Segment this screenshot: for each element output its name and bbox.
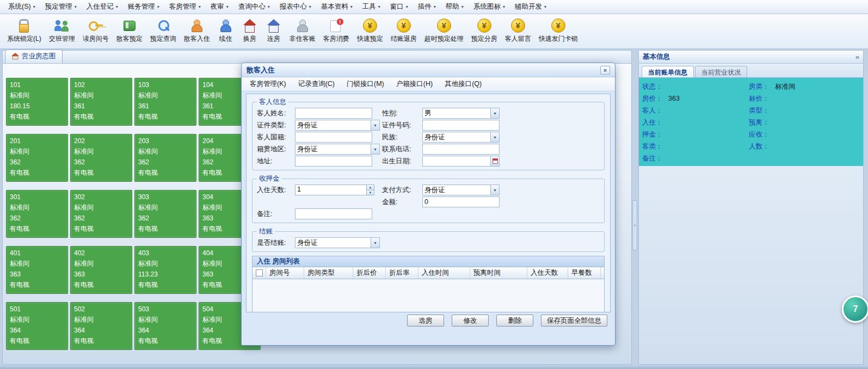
menubar-item[interactable]: 账务管理▾ bbox=[123, 0, 164, 14]
toolbar-button[interactable]: 快速发门卡锁 bbox=[535, 16, 582, 45]
toolbar-button[interactable]: 客房消费 bbox=[319, 16, 353, 45]
room-price: 364 bbox=[10, 325, 64, 336]
dialog-menu-item[interactable]: 客房管理(K) bbox=[244, 77, 292, 91]
tab-room-status-map[interactable]: 营业房态图 bbox=[5, 50, 63, 63]
calendar-icon[interactable] bbox=[490, 156, 499, 166]
menubar-item-label: 查询中心 bbox=[238, 2, 266, 11]
id-type-select[interactable]: 身份证▼ bbox=[295, 120, 380, 131]
room-card[interactable]: 302标准间362有电视 bbox=[70, 190, 132, 238]
room-feature: 有电视 bbox=[10, 336, 64, 346]
calendar-glyph bbox=[493, 158, 498, 164]
room-card[interactable]: 201标准间362有电视 bbox=[6, 134, 68, 182]
column-header[interactable]: 房间号 bbox=[266, 267, 304, 279]
toolbar-button[interactable]: 预定查询 bbox=[146, 16, 180, 45]
column-header[interactable]: 早餐数 bbox=[568, 267, 601, 279]
dialog-menu-item[interactable]: 其他接口(Q) bbox=[439, 77, 487, 91]
toolbar-button[interactable]: 换房 bbox=[238, 16, 262, 45]
toolbar-button[interactable]: 连房 bbox=[262, 16, 286, 45]
address-input[interactable] bbox=[295, 156, 372, 167]
id-number-input[interactable] bbox=[422, 120, 500, 131]
menubar-item[interactable]: 入住登记▾ bbox=[82, 0, 123, 14]
menubar-item[interactable]: 查询中心▾ bbox=[233, 0, 275, 14]
toolbar-button[interactable]: 交班管理 bbox=[45, 16, 79, 45]
menubar-item[interactable]: 基本资料▾ bbox=[316, 0, 358, 14]
info-value bbox=[668, 106, 749, 116]
room-card[interactable]: 103标准间361有电视 bbox=[134, 78, 196, 126]
nationality-input[interactable] bbox=[295, 132, 372, 143]
tab-current-business-status[interactable]: 当前营业状况 bbox=[695, 66, 747, 77]
collapse-panel-icon[interactable]: » bbox=[855, 53, 859, 61]
toolbar-button[interactable]: 散客入住 bbox=[180, 16, 214, 45]
room-card[interactable]: 403标准间113.23有电视 bbox=[134, 246, 196, 294]
dialog-menu-item[interactable]: 记录查询(C) bbox=[293, 77, 340, 91]
birth-date-field[interactable] bbox=[422, 156, 500, 167]
floating-assistant-badge[interactable]: 7 bbox=[842, 296, 868, 323]
ethnicity-select[interactable]: 身份证▼ bbox=[422, 132, 500, 143]
settle-account-select[interactable]: 身份证▼ bbox=[295, 237, 380, 248]
amount-input[interactable] bbox=[422, 196, 500, 207]
column-header[interactable]: 房间类型 bbox=[304, 267, 353, 279]
room-panel-tab-bar: 营业房态图 bbox=[2, 50, 632, 64]
menubar-item[interactable]: 系统(S)▾ bbox=[3, 0, 40, 14]
room-card[interactable]: 303标准间362有电视 bbox=[134, 190, 196, 238]
toolbar-button[interactable]: 非住客账 bbox=[286, 16, 319, 45]
menubar-item[interactable]: 系统图标▾ bbox=[469, 0, 510, 14]
toolbar-button[interactable]: 系统锁定(L) bbox=[3, 16, 45, 45]
toolbar-button[interactable]: 客人留言 bbox=[501, 16, 535, 45]
dialog-menu-item[interactable]: 门锁接口(M) bbox=[341, 77, 390, 91]
spin-up-icon[interactable]: ▲ bbox=[367, 185, 374, 190]
room-card[interactable]: 402标准间363有电视 bbox=[70, 246, 132, 294]
close-icon[interactable]: × bbox=[600, 66, 610, 75]
splitter-collapse-handle[interactable] bbox=[632, 200, 637, 250]
room-card[interactable]: 301标准间362有电视 bbox=[6, 190, 68, 238]
toolbar-button[interactable]: 快速预定 bbox=[353, 16, 387, 45]
dialog-button[interactable]: 保存页面全部信息 bbox=[541, 315, 607, 327]
column-header[interactable]: 折后率 bbox=[386, 267, 418, 279]
toolbar-button[interactable]: 散客预定 bbox=[113, 16, 146, 45]
room-card[interactable]: 202标准间362有电视 bbox=[70, 134, 132, 182]
toolbar-button[interactable]: 超时预定处理 bbox=[421, 16, 467, 45]
room-list-body[interactable] bbox=[252, 279, 605, 312]
select-all-checkbox[interactable] bbox=[256, 269, 263, 276]
stay-days-spinner[interactable]: 1▲▼ bbox=[295, 184, 374, 195]
room-card[interactable]: 503标准间364有电视 bbox=[134, 302, 196, 350]
column-header[interactable]: 折后价 bbox=[353, 267, 386, 279]
bill-info-content: 状态：房类：标准间房价：363标价：客人：类型：入住：预离：押金：应收：客类：人… bbox=[639, 78, 863, 166]
guest-name-input[interactable] bbox=[295, 108, 372, 119]
dialog-button[interactable]: 选房 bbox=[407, 315, 444, 327]
menubar-item[interactable]: 预定管理▾ bbox=[40, 0, 82, 14]
remark-input[interactable] bbox=[295, 208, 372, 219]
spin-down-icon[interactable]: ▼ bbox=[367, 190, 374, 195]
menubar-item[interactable]: 帮助▾ bbox=[441, 0, 469, 14]
column-header[interactable]: 预离时间 bbox=[470, 267, 527, 279]
menubar-item[interactable]: 插件▾ bbox=[413, 0, 441, 14]
menubar-item[interactable]: 客房管理▾ bbox=[164, 0, 206, 14]
room-card[interactable]: 102标准间361有电视 bbox=[70, 78, 132, 126]
room-grid: 101标准间180.15有电视102标准间361有电视103标准间361有电视1… bbox=[6, 78, 261, 350]
gender-select[interactable]: 男▼ bbox=[422, 108, 500, 119]
native-region-select[interactable]: 身份证▼ bbox=[295, 144, 380, 155]
room-card[interactable]: 501标准间364有电视 bbox=[6, 302, 68, 350]
toolbar-button[interactable]: 预定分房 bbox=[467, 16, 501, 45]
dialog-menu-item[interactable]: 户籍接口(H) bbox=[391, 77, 438, 91]
toolbar-button[interactable]: 结账退房 bbox=[387, 16, 421, 45]
dialog-button[interactable]: 修改 bbox=[452, 315, 489, 327]
column-header[interactable]: 入住时间 bbox=[418, 267, 470, 279]
column-header[interactable]: 入住天数 bbox=[527, 267, 568, 279]
tab-current-bill-info[interactable]: 当前账单信息 bbox=[642, 66, 694, 77]
phone-input[interactable] bbox=[422, 144, 500, 155]
menubar-item[interactable]: 工具▾ bbox=[358, 0, 385, 14]
toolbar-button[interactable]: 读房间号 bbox=[79, 16, 113, 45]
pay-method-select[interactable]: 身份证▼ bbox=[422, 184, 500, 195]
toolbar-button[interactable]: 续住 bbox=[214, 16, 238, 45]
birth-date-input[interactable] bbox=[423, 156, 490, 166]
menubar-item[interactable]: 辅助开发▾ bbox=[510, 0, 551, 14]
room-card[interactable]: 502标准间364有电视 bbox=[70, 302, 132, 350]
menubar-item[interactable]: 窗口▾ bbox=[385, 0, 413, 14]
menubar-item[interactable]: 夜审▾ bbox=[206, 0, 233, 14]
menubar-item[interactable]: 报表中心▾ bbox=[275, 0, 316, 14]
room-card[interactable]: 401标准间363有电视 bbox=[6, 246, 68, 294]
room-card[interactable]: 101标准间180.15有电视 bbox=[6, 78, 68, 126]
room-card[interactable]: 203标准间362有电视 bbox=[134, 134, 196, 182]
dialog-button[interactable]: 删除 bbox=[496, 315, 533, 327]
